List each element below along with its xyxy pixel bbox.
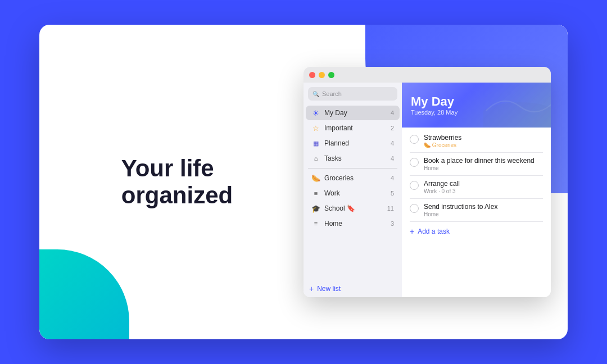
task-item[interactable]: Send instructions to Alex Home bbox=[402, 199, 551, 221]
panel-header: My Day Tuesday, 28 May bbox=[402, 83, 551, 128]
task-title: Arrange call bbox=[424, 180, 460, 188]
main-card: Your life organized 🔍 Search ☀ bbox=[39, 25, 568, 339]
search-placeholder: Search bbox=[322, 90, 342, 97]
tasks-count: 4 bbox=[391, 155, 394, 162]
task-item[interactable]: Arrange call Work · 0 of 3 bbox=[402, 176, 551, 198]
task-item[interactable]: Book a place for dinner this weekend Hom… bbox=[402, 153, 551, 175]
search-bar[interactable]: 🔍 Search bbox=[308, 87, 397, 101]
dot-red[interactable] bbox=[309, 72, 315, 78]
sidebar-item-important[interactable]: ☆ Important 2 bbox=[306, 121, 400, 135]
tasks-icon: ⌂ bbox=[311, 154, 320, 163]
planned-icon: ▦ bbox=[311, 139, 320, 148]
task-title: Book a place for dinner this weekend bbox=[424, 157, 534, 165]
app-window: 🔍 Search ☀ My Day 4 ☆ Important 2 bbox=[304, 67, 551, 297]
sidebar-item-work[interactable]: ≡ Work 5 bbox=[306, 186, 400, 201]
task-circle[interactable] bbox=[410, 158, 419, 167]
work-label: Work bbox=[324, 189, 387, 197]
nav-divider bbox=[308, 168, 397, 169]
tasks-label: Tasks bbox=[324, 154, 387, 162]
sidebar-item-groceries[interactable]: 🌭 Groceries 4 bbox=[306, 171, 400, 185]
dot-green[interactable] bbox=[328, 72, 334, 78]
sidebar-item-school[interactable]: 🎓 School 🔖 11 bbox=[306, 201, 400, 216]
add-task-label: Add a task bbox=[418, 228, 450, 235]
sidebar-item-my-day[interactable]: ☀ My Day 4 bbox=[306, 106, 400, 120]
title-bar bbox=[304, 67, 551, 83]
task-subtitle: Home bbox=[424, 211, 497, 217]
task-circle[interactable] bbox=[410, 181, 419, 190]
tagline: Your life organized bbox=[121, 155, 233, 210]
my-day-icon: ☀ bbox=[311, 108, 320, 117]
task-title: Send instructions to Alex bbox=[424, 203, 497, 211]
task-list: Strawberries 🌭 Groceries Book a place fo… bbox=[402, 128, 551, 297]
my-day-label: My Day bbox=[324, 109, 387, 117]
school-icon: 🎓 bbox=[311, 204, 320, 213]
school-label: School 🔖 bbox=[324, 204, 383, 212]
tagline-line2: organized bbox=[121, 182, 233, 209]
tagline-line1: Your life bbox=[121, 155, 233, 182]
panel-title: My Day bbox=[411, 94, 542, 109]
search-icon: 🔍 bbox=[312, 91, 319, 97]
task-circle[interactable] bbox=[410, 135, 419, 144]
sidebar: 🔍 Search ☀ My Day 4 ☆ Important 2 bbox=[304, 83, 402, 297]
dot-yellow[interactable] bbox=[319, 72, 325, 78]
panel-subtitle: Tuesday, 28 May bbox=[411, 109, 542, 116]
home-icon: ≡ bbox=[311, 219, 320, 228]
new-list-plus-icon: + bbox=[309, 284, 314, 293]
task-title: Strawberries bbox=[424, 134, 461, 142]
home-count: 3 bbox=[391, 220, 394, 227]
task-content: Send instructions to Alex Home bbox=[424, 203, 497, 217]
task-subtitle: Home bbox=[424, 165, 534, 171]
new-list-label: New list bbox=[317, 285, 341, 293]
sidebar-item-planned[interactable]: ▦ Planned 4 bbox=[306, 136, 400, 151]
groceries-icon: 🌭 bbox=[311, 174, 320, 183]
sidebar-item-home[interactable]: ≡ Home 3 bbox=[306, 216, 400, 231]
nav-list: ☀ My Day 4 ☆ Important 2 ▦ Planned 4 bbox=[304, 104, 402, 280]
task-circle[interactable] bbox=[410, 204, 419, 213]
home-label: Home bbox=[324, 220, 387, 228]
left-section: Your life organized bbox=[39, 25, 315, 339]
new-list-button[interactable]: + New list bbox=[304, 280, 402, 297]
groceries-count: 4 bbox=[391, 175, 394, 181]
my-day-count: 4 bbox=[391, 110, 394, 116]
important-label: Important bbox=[324, 124, 387, 132]
add-task-button[interactable]: + Add a task bbox=[402, 222, 551, 241]
important-count: 2 bbox=[391, 125, 394, 131]
sidebar-item-tasks[interactable]: ⌂ Tasks 4 bbox=[306, 151, 400, 166]
school-count: 11 bbox=[387, 205, 394, 212]
task-content: Strawberries 🌭 Groceries bbox=[424, 134, 461, 148]
planned-count: 4 bbox=[391, 140, 394, 147]
planned-label: Planned bbox=[324, 139, 387, 147]
task-item[interactable]: Strawberries 🌭 Groceries bbox=[402, 130, 551, 152]
add-task-icon: + bbox=[410, 227, 414, 236]
task-content: Arrange call Work · 0 of 3 bbox=[424, 180, 460, 194]
app-body: 🔍 Search ☀ My Day 4 ☆ Important 2 bbox=[304, 83, 551, 297]
task-subtitle: 🌭 Groceries bbox=[424, 142, 461, 148]
important-icon: ☆ bbox=[311, 124, 320, 133]
task-content: Book a place for dinner this weekend Hom… bbox=[424, 157, 534, 171]
groceries-label: Groceries bbox=[324, 174, 387, 182]
work-icon: ≡ bbox=[311, 189, 320, 198]
task-subtitle: Work · 0 of 3 bbox=[424, 188, 460, 194]
main-panel: My Day Tuesday, 28 May Strawberries 🌭 Gr… bbox=[402, 83, 551, 297]
work-count: 5 bbox=[391, 190, 394, 197]
